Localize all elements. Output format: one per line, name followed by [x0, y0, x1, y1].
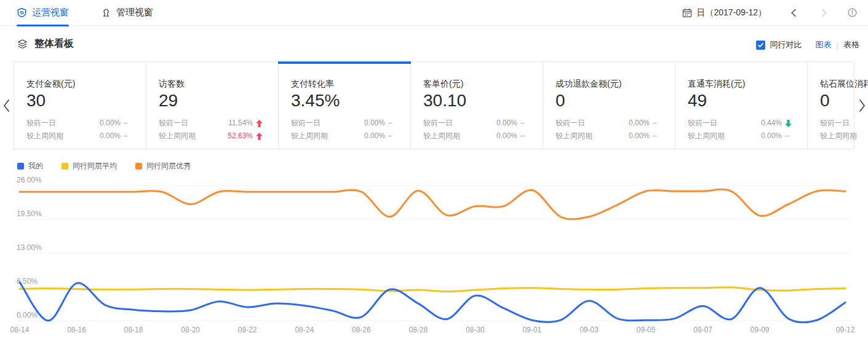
compare-row: 较前一日0.00%– [820, 117, 868, 130]
compare-row-value: 0.00% [100, 117, 121, 130]
info-icon[interactable] [848, 8, 857, 17]
metric-card-2[interactable]: 支付转化率 3.45% 较前一日0.00%–较上周同期0.00%– [279, 62, 411, 149]
compare-row-label: 较上周同期 [26, 130, 63, 143]
top-tab-bar: 运营视窗管理视窗 日（2017-09-12） [0, 0, 868, 26]
metric-compare-rows: 较前一日11.54%较上周同期52.63% [159, 117, 265, 143]
metric-value: 30.10 [423, 90, 529, 112]
x-axis-tick: 08-16 [67, 326, 86, 334]
layers-icon [17, 38, 28, 50]
board-header: 整体看板 同行对比 图表 | 表格 [0, 26, 868, 60]
flat-dash-icon: – [124, 117, 132, 130]
tab-management-view[interactable]: 管理视窗 [101, 0, 153, 26]
date-range-label[interactable]: 日（2017-09-12） [696, 7, 766, 18]
view-mode-chart[interactable]: 图表 [816, 39, 832, 50]
compare-row-label: 较上周同期 [555, 130, 592, 143]
line-series-同行同层优秀 [20, 189, 845, 219]
metric-value: 3.45% [291, 90, 397, 112]
compare-row-value: 0.00% [496, 130, 517, 143]
calendar-icon[interactable] [682, 8, 692, 18]
compare-row-label: 较上周同期 [820, 130, 857, 143]
legend-swatch [62, 163, 68, 170]
compare-row-label: 较前一日 [423, 117, 453, 130]
compare-row: 较上周同期0.00%– [423, 130, 529, 143]
metric-card-4[interactable]: 成功退款金额(元) 0 较前一日0.00%–较上周同期0.00%– [543, 62, 675, 149]
view-mode-table[interactable]: 表格 [843, 39, 859, 50]
y-axis-tick: 26.00% [17, 177, 42, 184]
metric-title: 直通车消耗(元) [688, 78, 794, 89]
peer-compare-label[interactable]: 同行对比 [770, 39, 802, 50]
arrow-up-icon [256, 120, 265, 127]
compare-row-value: 0.00% [496, 117, 517, 130]
view-mode-divider: | [837, 41, 838, 50]
metric-compare-rows: 较前一日0.44%较上周同期0.00%– [688, 117, 794, 143]
legend-item-2[interactable]: 同行同层优秀 [135, 161, 191, 171]
metric-title: 客单价(元) [423, 78, 529, 89]
compare-row-value: 0.00% [629, 130, 650, 143]
legend-item-1[interactable]: 同行同层平均 [62, 161, 117, 171]
x-axis-tick: 08-30 [466, 326, 485, 334]
compare-row: 较上周同期0.00%– [291, 130, 397, 143]
compare-row-value: 0.44% [761, 117, 782, 130]
chevron-right-icon[interactable] [821, 9, 828, 17]
chart-legend: 我的同行同层平均同行同层优秀 [17, 161, 209, 171]
shield-icon [17, 7, 27, 18]
metric-card-0[interactable]: 支付金额(元) 30 较前一日0.00%–较上周同期0.00%– [14, 62, 146, 149]
cards-scroll-left-icon[interactable] [2, 98, 10, 115]
compare-row-label: 较前一日 [159, 117, 188, 130]
metric-title: 成功退款金额(元) [555, 78, 661, 89]
compare-row-label: 较上周同期 [291, 130, 328, 143]
compare-row: 较前一日0.00%– [555, 117, 661, 130]
metric-compare-rows: 较前一日0.00%–较上周同期0.00%– [423, 117, 529, 143]
metric-cards: 支付金额(元) 30 较前一日0.00%–较上周同期0.00%– 访客数 29 … [14, 61, 854, 149]
x-axis-tick: 09-09 [751, 326, 770, 334]
x-axis-tick: 08-20 [181, 326, 200, 334]
compare-row-label: 较上周同期 [423, 130, 460, 143]
compare-row: 较上周同期0.00%– [555, 130, 661, 143]
legend-swatch [17, 163, 24, 170]
compare-row: 较前一日0.00%– [291, 117, 397, 130]
metric-card-1[interactable]: 访客数 29 较前一日11.54%较上周同期52.63% [146, 62, 279, 149]
peer-compare-checkbox[interactable] [756, 41, 765, 50]
arrow-down-icon [785, 120, 794, 127]
flat-dash-icon: – [653, 117, 661, 130]
legend-label: 我的 [28, 161, 43, 171]
cards-scroll-right-icon[interactable] [858, 98, 867, 115]
tab-operations-view[interactable]: 运营视窗 [17, 0, 69, 26]
chevron-left-icon[interactable] [790, 9, 797, 17]
tab-label: 运营视窗 [32, 7, 69, 18]
trend-line-chart: 26.00%19.50%13.00%6.50%0.00%08-1408-1608… [0, 177, 868, 344]
compare-row: 较前一日0.00%– [423, 117, 529, 130]
compare-row-label: 较前一日 [688, 117, 717, 130]
metric-card-3[interactable]: 客单价(元) 30.10 较前一日0.00%–较上周同期0.00%– [411, 62, 543, 149]
metric-title: 支付金额(元) [26, 78, 132, 89]
compare-row-label: 较上周同期 [688, 130, 725, 143]
y-axis-tick: 19.50% [17, 209, 42, 218]
compare-row: 较前一日0.00%– [26, 117, 132, 130]
metric-compare-rows: 较前一日0.00%–较上周同期0.00%– [291, 117, 397, 143]
compare-row-label: 较前一日 [555, 117, 585, 130]
metric-card-5[interactable]: 直通车消耗(元) 49 较前一日0.44%较上周同期0.00%– [675, 62, 808, 149]
compare-row: 较上周同期0.00%– [26, 130, 132, 143]
topbar-right-controls: 日（2017-09-12） [682, 7, 868, 18]
metric-value: 49 [688, 90, 794, 112]
x-axis-tick: 08-18 [124, 326, 143, 334]
line-series-同行同层平均 [20, 287, 845, 292]
x-axis-tick: 09-01 [523, 326, 542, 334]
x-axis-tick: 08-24 [295, 326, 314, 334]
flat-dash-icon: – [124, 130, 132, 143]
flat-dash-icon: – [520, 130, 529, 143]
compare-row-value: 11.54% [228, 117, 253, 130]
dashboard-page: 运营视窗管理视窗 日（2017-09-12） [0, 0, 868, 344]
legend-item-0[interactable]: 我的 [17, 161, 43, 171]
compare-row-value: 0.00% [629, 117, 650, 130]
legend-swatch [135, 163, 142, 170]
legend-label: 同行同层优秀 [146, 161, 191, 171]
x-axis-tick: 09-05 [637, 326, 656, 334]
tab-label: 管理视窗 [116, 7, 153, 18]
compare-row-label: 较前一日 [291, 117, 321, 130]
y-axis-tick: 0.00% [17, 311, 38, 319]
compare-row-value: 0.00% [364, 130, 385, 143]
metric-value: 29 [159, 90, 265, 112]
stethoscope-icon [101, 7, 111, 18]
metric-compare-rows: 较前一日0.00%–较上周同期0.00%– [555, 117, 661, 143]
